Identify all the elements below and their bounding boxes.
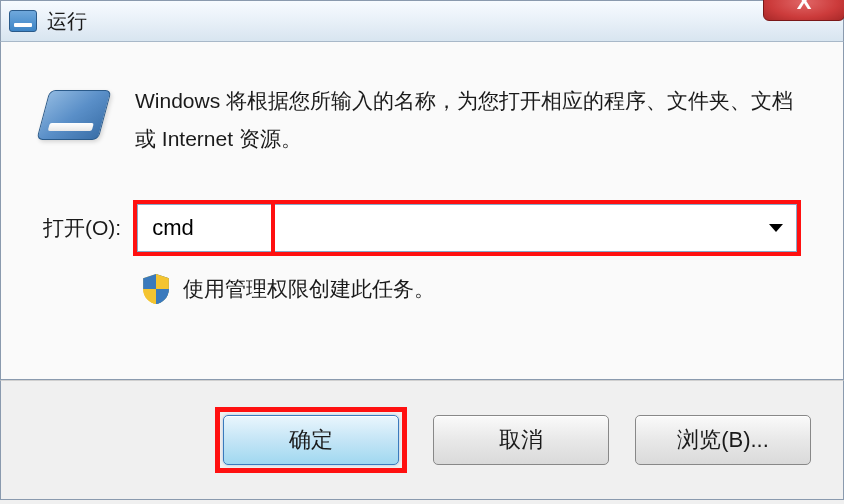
open-row: 打开(O): — [43, 200, 801, 256]
close-icon: X — [797, 0, 812, 15]
dialog-body: Windows 将根据您所输入的名称，为您打开相应的程序、文件夹、文档或 Int… — [0, 42, 844, 380]
close-button[interactable]: X — [763, 0, 844, 21]
cancel-button[interactable]: 取消 — [433, 415, 609, 465]
browse-button[interactable]: 浏览(B)... — [635, 415, 811, 465]
ok-button[interactable]: 确定 — [223, 415, 399, 465]
description-row: Windows 将根据您所输入的名称，为您打开相应的程序、文件夹、文档或 Int… — [43, 82, 801, 158]
titlebar: 运行 X — [0, 0, 844, 42]
button-bar: 确定 取消 浏览(B)... — [0, 380, 844, 500]
open-label: 打开(O): — [43, 214, 121, 242]
open-combobox-wrap — [133, 200, 801, 256]
description-text: Windows 将根据您所输入的名称，为您打开相应的程序、文件夹、文档或 Int… — [135, 82, 801, 158]
shield-icon — [143, 274, 169, 304]
run-dialog-icon — [9, 10, 37, 32]
highlight-box-ok: 确定 — [215, 407, 407, 473]
run-large-icon — [36, 90, 111, 140]
open-input[interactable] — [137, 204, 797, 252]
window-title: 运行 — [47, 8, 87, 35]
admin-row: 使用管理权限创建此任务。 — [43, 274, 801, 304]
admin-text: 使用管理权限创建此任务。 — [183, 275, 435, 303]
